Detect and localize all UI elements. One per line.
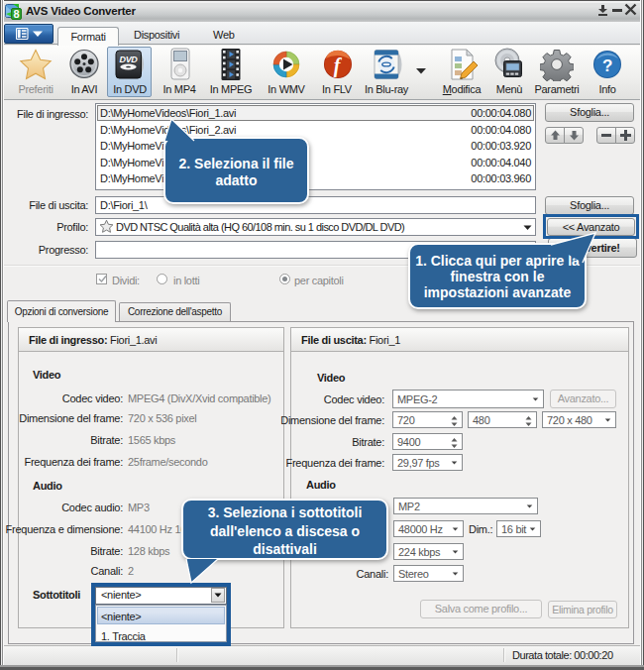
svg-text:DVD: DVD	[119, 55, 138, 64]
svg-text:?: ?	[602, 56, 612, 75]
svg-text:8: 8	[14, 8, 20, 20]
